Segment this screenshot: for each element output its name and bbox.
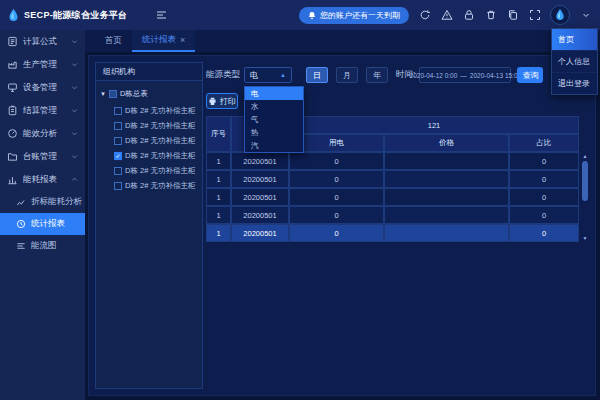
- energy-type-select[interactable]: 电 ▲: [244, 67, 292, 83]
- tree-node[interactable]: D栋 2# 无功补偿主柜: [100, 103, 198, 118]
- energy-option-electricity[interactable]: 电: [245, 87, 303, 100]
- submenu-item-conversion-analysis[interactable]: 折标能耗分析: [0, 191, 85, 213]
- tab-close-icon[interactable]: ×: [180, 35, 185, 45]
- date-range-input[interactable]: 2020-04-12 0:00 — 2020-04-13 15:00: [419, 67, 511, 83]
- energy-option-steam[interactable]: 汽: [245, 139, 303, 152]
- table-row-selected[interactable]: 1 20200501 0 0: [206, 224, 579, 242]
- cell-price: [384, 152, 509, 170]
- date-end: 2020-04-13 15:00: [470, 72, 521, 79]
- user-dropdown-menu: 首页 个人信息 退出登录: [551, 28, 598, 95]
- account-notice-text: 您的账户还有一天到期: [320, 10, 400, 21]
- tree-node[interactable]: D栋 2# 无功补偿主柜: [100, 133, 198, 148]
- tree-node-checkbox[interactable]: [114, 182, 122, 190]
- period-month-button[interactable]: 月: [336, 67, 358, 83]
- print-button[interactable]: 打印: [206, 93, 238, 109]
- sidebar-item-label: 台账管理: [23, 151, 57, 163]
- org-tree: ▼ D栋总表 D栋 2# 无功补偿主柜 D栋 2# 无功补偿主柜 D栋 2# 无…: [96, 81, 202, 201]
- user-menu-item-home[interactable]: 首页: [552, 29, 597, 50]
- user-avatar[interactable]: [550, 5, 570, 25]
- account-notice-button[interactable]: 您的账户还有一天到期: [299, 7, 409, 24]
- filter-toolbar: 能源类型 电 ▲ 日 月 年 时间: 2020-04-12 0:00 — 202…: [206, 66, 589, 84]
- sidebar-item-energy-reports[interactable]: 能耗报表: [0, 168, 85, 191]
- chevron-down-icon: [71, 130, 78, 137]
- fullscreen-icon[interactable]: [528, 9, 541, 22]
- period-day-button[interactable]: 日: [306, 67, 328, 83]
- sidebar-item-formula[interactable]: 计算公式: [0, 30, 85, 53]
- cell-usage: 0: [289, 206, 384, 224]
- cell-price: [384, 224, 509, 242]
- sidebar-item-production[interactable]: 生产管理: [0, 53, 85, 76]
- refresh-icon[interactable]: [418, 9, 431, 22]
- submenu-item-label: 折标能耗分析: [31, 196, 82, 208]
- tab-home[interactable]: 首页: [95, 30, 132, 52]
- cell-serial: 1: [206, 152, 231, 170]
- flow-lines-icon: [16, 241, 26, 251]
- copy-icon[interactable]: [506, 9, 519, 22]
- submenu-item-energy-flow[interactable]: 能流图: [0, 235, 85, 257]
- sidebar-item-equipment[interactable]: 设备管理: [0, 76, 85, 99]
- tree-node[interactable]: D栋 2# 无功补偿主柜: [100, 118, 198, 133]
- table-row[interactable]: 1 20200501 0 0: [206, 152, 579, 170]
- line-chart-icon: [16, 197, 26, 207]
- cell-date: 20200501: [231, 152, 289, 170]
- sidebar-item-efficiency[interactable]: 能效分析: [0, 122, 85, 145]
- cell-date: 20200501: [231, 206, 289, 224]
- tree-node[interactable]: D栋 2# 无功补偿主柜: [100, 178, 198, 193]
- cell-date: 20200501: [231, 224, 289, 242]
- cell-date: 20200501: [231, 170, 289, 188]
- tree-expander-icon[interactable]: ▼: [100, 91, 106, 97]
- print-label: 打印: [220, 96, 236, 107]
- scroll-down-icon[interactable]: ▼: [583, 234, 588, 242]
- tree-root-checkbox[interactable]: [109, 90, 117, 98]
- period-year-button[interactable]: 年: [366, 67, 388, 83]
- table-row[interactable]: 1 20200501 0 0: [206, 206, 579, 224]
- app-header: SECP-能源综合业务平台 您的账户还有一天到期: [0, 0, 600, 30]
- clock-icon: [16, 219, 26, 229]
- table-row[interactable]: 1 20200501 0 0: [206, 188, 579, 206]
- sidebar-submenu: 折标能耗分析 统计报表 能流图: [0, 191, 85, 257]
- tree-node-checkbox[interactable]: [114, 167, 122, 175]
- sidebar-collapse-icon[interactable]: [155, 9, 168, 21]
- cell-usage: 0: [289, 224, 384, 242]
- bell-icon: [308, 11, 316, 20]
- sidebar-item-settlement[interactable]: 结算管理: [0, 99, 85, 122]
- tree-node-selected[interactable]: ✓ D栋 2# 无功补偿主柜: [100, 148, 198, 163]
- tree-node-label: D栋 2# 无功补偿主柜: [125, 166, 195, 176]
- tree-node-checkbox-checked[interactable]: ✓: [114, 152, 122, 160]
- trash-icon[interactable]: [484, 9, 497, 22]
- cell-ratio: 0: [509, 224, 579, 242]
- user-menu-item-profile[interactable]: 个人信息: [552, 50, 597, 72]
- table-row[interactable]: 1 20200501 0 0: [206, 170, 579, 188]
- tab-bar: 首页 统计报表 ×: [85, 30, 600, 52]
- app-logo: SECP-能源综合业务平台: [8, 9, 127, 22]
- tree-node-checkbox[interactable]: [114, 107, 122, 115]
- sidebar-item-label: 计算公式: [23, 36, 57, 48]
- bar-chart-icon: [7, 174, 18, 185]
- tree-node-label: D栋 2# 无功补偿主柜: [125, 181, 195, 191]
- submenu-item-statistics-report[interactable]: 统计报表: [0, 213, 85, 235]
- sidebar-item-label: 结算管理: [23, 105, 57, 117]
- energy-option-heat[interactable]: 热: [245, 126, 303, 139]
- col-header-ratio: 占比: [509, 134, 579, 152]
- scrollbar-thumb[interactable]: [582, 161, 588, 201]
- tab-label: 统计报表: [142, 34, 176, 46]
- sidebar: 计算公式 生产管理 设备管理 结算管理 能效分析 台账管理 能耗报表 折标能耗分…: [0, 30, 85, 400]
- tab-statistics-report[interactable]: 统计报表 ×: [132, 30, 195, 52]
- tree-node-checkbox[interactable]: [114, 137, 122, 145]
- tree-node[interactable]: D栋 2# 无功补偿主柜: [100, 163, 198, 178]
- sidebar-item-ledger[interactable]: 台账管理: [0, 145, 85, 168]
- cell-price: [384, 206, 509, 224]
- user-caret-icon[interactable]: [579, 9, 592, 22]
- energy-option-gas[interactable]: 气: [245, 113, 303, 126]
- table-scrollbar[interactable]: ▲ ▼: [581, 152, 589, 242]
- query-button[interactable]: 查询: [517, 67, 543, 83]
- tree-root-node[interactable]: ▼ D栋总表: [100, 89, 198, 99]
- lock-icon[interactable]: [462, 9, 475, 22]
- alert-icon[interactable]: [440, 9, 453, 22]
- scroll-up-icon[interactable]: ▲: [583, 152, 588, 160]
- user-menu-item-logout[interactable]: 退出登录: [552, 72, 597, 94]
- clipboard-icon: [7, 105, 18, 116]
- cell-serial: 1: [206, 170, 231, 188]
- tree-node-checkbox[interactable]: [114, 122, 122, 130]
- energy-option-water[interactable]: 水: [245, 100, 303, 113]
